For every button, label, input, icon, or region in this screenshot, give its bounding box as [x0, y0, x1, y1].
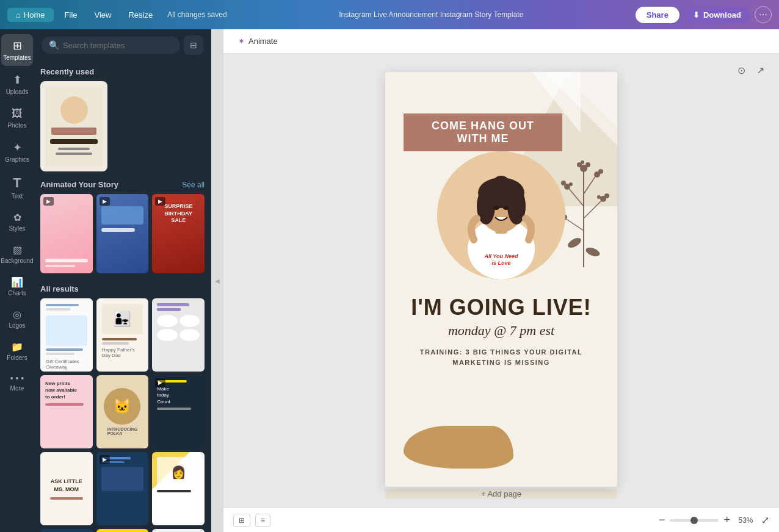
home-icon: ⌂ — [16, 10, 21, 20]
sidebar-item-more[interactable]: • • • More — [1, 368, 33, 397]
result-thumb-10[interactable] — [40, 529, 93, 532]
add-page-label: + Add page — [481, 489, 521, 498]
result-thumb-6[interactable]: ▶ MaketodayCount — [152, 375, 205, 448]
recently-used-thumb[interactable] — [40, 81, 205, 171]
dirt-shape — [404, 426, 513, 469]
zoom-out-button[interactable]: − — [659, 514, 665, 527]
filter-button[interactable]: ⊟ — [184, 35, 203, 55]
design-card-wrapper: COME HANG OUT WITH ME — [385, 72, 617, 489]
design-card[interactable]: COME HANG OUT WITH ME — [385, 72, 617, 487]
going-live-title: I'M GOING LIVE! — [397, 295, 605, 320]
sidebar-item-templates[interactable]: ⊞ Templates — [1, 34, 33, 66]
result-thumb-4[interactable]: New printsnow availableto order! — [40, 375, 93, 448]
background-label: Background — [1, 257, 33, 264]
zoom-in-button[interactable]: + — [723, 514, 730, 527]
result-thumb-2[interactable]: 👨‍👧 Happy Father's Day Dad — [96, 298, 149, 372]
header-banner: COME HANG OUT WITH ME — [404, 113, 562, 151]
add-page-button[interactable]: + Add page — [385, 489, 617, 498]
search-input-wrap[interactable]: 🔍 — [42, 37, 180, 54]
file-menu[interactable]: File — [59, 8, 84, 22]
sidebar-item-uploads[interactable]: ⬆ Uploads — [1, 68, 33, 100]
svg-marker-1 — [562, 72, 617, 127]
result-thumb-7[interactable]: ASK LITTLEMS. MOM — [40, 452, 93, 525]
all-results-grid-1: Gift CertificatesGiveaway 👨‍👧 Happy Fath… — [40, 298, 205, 372]
result-thumb-8[interactable]: ▶ — [96, 452, 149, 525]
uploads-label: Uploads — [6, 88, 29, 95]
all-results-grid-2: New printsnow availableto order! 🐱 INTRO… — [40, 375, 205, 448]
saved-status: All changes saved — [167, 10, 226, 19]
sidebar-item-charts[interactable]: 📊 Charts — [1, 271, 33, 301]
more-icon: • • • — [10, 373, 24, 383]
charts-label: Charts — [8, 290, 26, 297]
animate-button[interactable]: ✦ Animate — [233, 34, 283, 48]
animated-title: Animated Your Story — [40, 180, 118, 189]
sidebar-item-text[interactable]: T Text — [1, 170, 33, 204]
search-input[interactable] — [63, 41, 173, 50]
graphics-label: Graphics — [5, 156, 29, 163]
svg-point-8 — [561, 181, 566, 185]
more-options-button[interactable]: ··· — [755, 6, 772, 23]
sidebar-item-photos[interactable]: 🖼 Photos — [1, 102, 33, 134]
svg-point-12 — [597, 195, 601, 199]
all-results-grid-4: ☀ — [40, 529, 205, 532]
view-menu[interactable]: View — [89, 8, 118, 22]
folders-icon: 📁 — [11, 341, 23, 353]
sidebar-item-logos[interactable]: ◎ Logos — [1, 304, 33, 334]
share-button[interactable]: Share — [636, 7, 679, 23]
sidebar-item-folders[interactable]: 📁 Folders — [1, 336, 33, 366]
video-icon-8: ▶ — [103, 456, 107, 462]
download-icon: ⬇ — [693, 10, 700, 20]
share-icon-button[interactable]: ↗ — [754, 62, 767, 79]
canvas-area: ✦ Animate ⊙ ↗ — [223, 29, 779, 532]
folders-label: Folders — [7, 354, 27, 361]
home-button[interactable]: ⌂ Home — [7, 8, 54, 22]
svg-point-14 — [598, 169, 603, 174]
search-icon: 🔍 — [49, 40, 59, 50]
svg-point-19 — [585, 162, 590, 167]
hide-panel-button[interactable]: ◀ — [211, 29, 223, 532]
result-thumb-11[interactable]: ☀ — [96, 529, 149, 532]
svg-point-22 — [585, 246, 601, 257]
more-label: More — [10, 385, 24, 392]
graphics-icon: ✦ — [13, 141, 22, 154]
copy-icon-button[interactable]: ⊙ — [735, 62, 748, 79]
zoom-slider[interactable] — [670, 519, 719, 522]
result-thumb-1[interactable]: Gift CertificatesGiveaway — [40, 298, 93, 372]
templates-icon: ⊞ — [13, 39, 22, 52]
svg-text:is Love: is Love — [491, 260, 510, 266]
anim-badge-2: ▶ — [100, 197, 110, 206]
circle-photo: All You Need is Love — [437, 151, 565, 279]
grid-view-button[interactable]: ⊞ — [233, 514, 250, 527]
result-thumb-5[interactable]: 🐱 INTRODUCINGPOLKA — [96, 375, 149, 448]
list-view-button[interactable]: ≡ — [255, 514, 270, 527]
templates-label: Templates — [3, 54, 31, 61]
canvas-toolbar: ✦ Animate — [223, 29, 779, 54]
sidebar-item-styles[interactable]: ✿ Styles — [1, 207, 33, 237]
all-results-grid-3: ASK LITTLEMS. MOM ▶ 👩 — [40, 452, 205, 525]
sidebar-item-graphics[interactable]: ✦ Graphics — [1, 136, 33, 168]
svg-point-21 — [567, 236, 583, 250]
result-thumb-12[interactable] — [152, 529, 205, 532]
zoom-controls: − + 53% ⤢ — [659, 514, 769, 527]
canvas-icons-top: ⊙ ↗ — [735, 62, 767, 79]
result-thumb-9[interactable]: 👩 — [152, 452, 205, 525]
panel-content: Recently used Animated Your Story See al… — [34, 61, 211, 532]
result-thumb-3[interactable] — [152, 298, 205, 372]
animated-thumb-3[interactable]: ▶ SURPRISEBIRTHDAYSALE — [152, 194, 205, 273]
zoom-expand-button[interactable]: ⤢ — [761, 514, 769, 526]
canvas-scroll[interactable]: ⊙ ↗ — [223, 54, 779, 508]
styles-icon: ✿ — [13, 212, 21, 223]
see-all-link[interactable]: See all — [182, 181, 205, 189]
icon-rail: ⊞ Templates ⬆ Uploads 🖼 Photos ✦ Graphic… — [0, 29, 34, 532]
resize-menu[interactable]: Resize — [122, 8, 159, 22]
sidebar-item-background[interactable]: ▨ Background — [1, 239, 33, 269]
svg-line-5 — [584, 176, 596, 194]
top-navbar: ⌂ Home File View Resize All changes save… — [0, 0, 779, 29]
svg-point-11 — [604, 193, 609, 198]
animated-thumb-1[interactable]: ▶ — [40, 194, 93, 273]
sparkle-icon: ✦ — [238, 37, 245, 46]
text-label: Text — [12, 193, 23, 200]
download-button[interactable]: ⬇ Download — [684, 7, 750, 23]
charts-icon: 📊 — [11, 276, 23, 288]
animated-thumb-2[interactable]: ▶ — [96, 194, 149, 273]
